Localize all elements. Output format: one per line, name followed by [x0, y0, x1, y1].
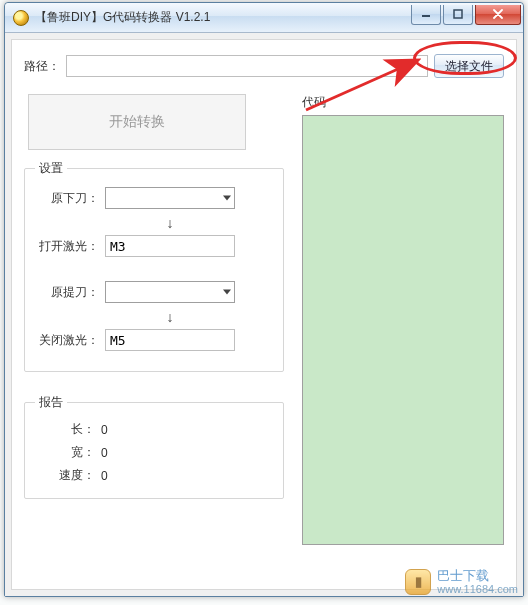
maximize-icon — [453, 9, 463, 19]
laser-on-label: 打开激光： — [35, 238, 99, 255]
laser-on-row: 打开激光： — [35, 235, 273, 257]
down-tool-label: 原下刀： — [35, 190, 99, 207]
settings-group-title: 设置 — [35, 160, 67, 177]
up-tool-combo-input[interactable] — [105, 281, 235, 303]
svg-rect-0 — [422, 15, 430, 17]
report-length-row: 长： 0 — [35, 421, 273, 438]
report-width-row: 宽： 0 — [35, 444, 273, 461]
maximize-button[interactable] — [443, 5, 473, 25]
minimize-button[interactable] — [411, 5, 441, 25]
up-tool-row: 原提刀： — [35, 281, 273, 303]
choose-file-button[interactable]: 选择文件 — [434, 54, 504, 78]
settings-group: 设置 原下刀： ↓ 打开激光： — [24, 168, 284, 372]
main-panel: 路径： 选择文件 开始转换 设置 原下刀： — [11, 39, 517, 590]
report-speed-label: 速度： — [35, 467, 95, 484]
laser-off-row: 关闭激光： — [35, 329, 273, 351]
close-button[interactable] — [475, 5, 521, 25]
titlebar[interactable]: 【鲁班DIY】G代码转换器 V1.2.1 — [5, 3, 523, 33]
up-tool-label: 原提刀： — [35, 284, 99, 301]
down-tool-combo-input[interactable] — [105, 187, 235, 209]
code-output[interactable] — [302, 115, 504, 545]
report-group: 报告 长： 0 宽： 0 速度： 0 — [24, 402, 284, 499]
window-controls — [409, 5, 521, 25]
app-icon — [13, 10, 29, 26]
report-length-label: 长： — [35, 421, 95, 438]
main-columns: 开始转换 设置 原下刀： ↓ — [24, 94, 504, 545]
right-column: 代码 — [302, 94, 504, 545]
report-width-value: 0 — [101, 446, 108, 460]
code-label: 代码 — [302, 94, 504, 111]
left-column: 开始转换 设置 原下刀： ↓ — [24, 94, 284, 545]
laser-on-input[interactable] — [105, 235, 235, 257]
down-tool-row: 原下刀： — [35, 187, 273, 209]
minimize-icon — [421, 9, 431, 19]
path-label: 路径： — [24, 58, 60, 75]
laser-off-input[interactable] — [105, 329, 235, 351]
up-tool-combo[interactable] — [105, 281, 235, 303]
app-window: 【鲁班DIY】G代码转换器 V1.2.1 — [4, 2, 524, 597]
window-title: 【鲁班DIY】G代码转换器 V1.2.1 — [35, 9, 409, 26]
arrow-down-glyph-2: ↓ — [105, 309, 235, 325]
start-convert-button[interactable]: 开始转换 — [28, 94, 246, 150]
svg-rect-1 — [454, 10, 462, 18]
down-tool-combo[interactable] — [105, 187, 235, 209]
report-group-title: 报告 — [35, 394, 67, 411]
report-length-value: 0 — [101, 423, 108, 437]
path-input[interactable] — [66, 55, 428, 77]
report-speed-row: 速度： 0 — [35, 467, 273, 484]
laser-off-label: 关闭激光： — [35, 332, 99, 349]
client-area: 路径： 选择文件 开始转换 设置 原下刀： — [5, 33, 523, 596]
path-row: 路径： 选择文件 — [24, 54, 504, 78]
close-icon — [492, 9, 504, 19]
report-speed-value: 0 — [101, 469, 108, 483]
arrow-down-glyph-1: ↓ — [105, 215, 235, 231]
report-width-label: 宽： — [35, 444, 95, 461]
